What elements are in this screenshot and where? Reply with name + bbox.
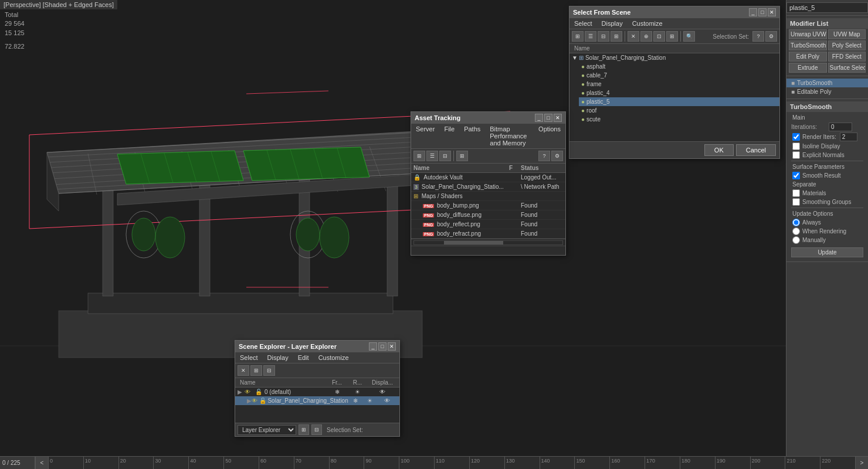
at-menu-options[interactable]: Options <box>534 124 565 148</box>
sfs-tb-help[interactable]: ? <box>752 31 764 42</box>
sfs-cancel-btn[interactable]: Cancel <box>736 144 776 156</box>
tree-item-frame[interactable]: ● frame <box>579 80 779 89</box>
le-footer-btn1[interactable]: ⊞ <box>299 424 309 435</box>
poly-select-btn[interactable]: Poly Select <box>828 40 866 50</box>
at-menu-bitmap[interactable]: Bitmap Performance and Memory <box>485 124 534 148</box>
sfs-tb-btn2[interactable]: ☰ <box>585 31 596 42</box>
tree-item-asphalt[interactable]: ● asphalt <box>579 62 779 71</box>
at-tb-btn3[interactable]: ⊟ <box>439 151 451 161</box>
table-row[interactable]: PNG body_refract.png Found <box>411 229 565 239</box>
iterations-input[interactable] <box>829 123 852 131</box>
asset-tracking-title: Asset Tracking <box>415 114 460 121</box>
sfs-minimize-btn[interactable]: _ <box>749 8 757 16</box>
sfs-tb-settings[interactable]: ⚙ <box>765 31 777 42</box>
render-iters-input[interactable] <box>840 132 857 141</box>
at-scrollbar[interactable] <box>411 239 565 246</box>
le-menu-customize[interactable]: Customize <box>314 352 354 363</box>
at-tb-settings[interactable]: ⚙ <box>551 151 563 161</box>
modifier-turbosmooth[interactable]: ■ TurboSmooth <box>786 79 868 87</box>
select-from-scene-titlebar[interactable]: Select From Scene _ □ ✕ <box>569 6 779 18</box>
update-btn[interactable]: Update <box>791 247 863 257</box>
explicit-normals-checkbox[interactable] <box>792 151 800 159</box>
extrude-btn[interactable]: Extrude <box>789 63 827 73</box>
materials-checkbox[interactable] <box>792 189 800 197</box>
le-close-btn[interactable]: ✕ <box>388 342 396 351</box>
render-iters-checkbox[interactable] <box>792 133 800 141</box>
sfs-tb-btn4[interactable]: ⊞ <box>611 31 622 42</box>
at-scrollbar-track[interactable] <box>413 240 563 245</box>
at-tb-btn2[interactable]: ☰ <box>426 151 438 161</box>
at-tb-btn4[interactable]: ⊞ <box>456 151 468 161</box>
layer-eye-icon[interactable]: 👁 <box>245 389 254 395</box>
table-row[interactable]: PNG body_diffuse.png Found <box>411 210 565 220</box>
sfs-tb-btn5[interactable]: ✕ <box>628 31 639 42</box>
tick-200: 200 <box>750 457 785 469</box>
isoline-checkbox[interactable] <box>792 142 800 150</box>
sfs-menu-customize[interactable]: Customize <box>628 18 667 29</box>
le-footer-btn2[interactable]: ⊟ <box>311 424 322 435</box>
smoothing-groups-checkbox[interactable] <box>792 198 800 206</box>
le-layer-tree[interactable]: ▶ 👁 🔓 0 (default) ❄ ☀ 👁 ▶ 👁 🔓 Solar_Pane… <box>235 388 399 423</box>
at-tb-help[interactable]: ? <box>538 151 550 161</box>
sfs-menu-select[interactable]: Select <box>569 18 597 29</box>
le-restore-btn[interactable]: □ <box>378 342 386 351</box>
at-close-btn[interactable]: ✕ <box>554 114 562 122</box>
at-maximize-btn[interactable]: □ <box>544 114 552 122</box>
at-minimize-btn[interactable]: _ <box>535 114 543 122</box>
le-menu-edit[interactable]: Edit <box>293 352 314 363</box>
at-menu-paths[interactable]: Paths <box>459 124 485 148</box>
at-menu-file[interactable]: File <box>439 124 459 148</box>
le-tb-btn2[interactable]: ⊞ <box>250 365 262 376</box>
sfs-menu-display[interactable]: Display <box>597 18 628 29</box>
table-row[interactable]: 3 Solar_Panel_Charging_Statio... \ Netwo… <box>411 182 565 192</box>
sfs-close-btn[interactable]: ✕ <box>768 8 776 16</box>
table-row[interactable]: PNG body_reflect.png Found <box>411 220 565 229</box>
manually-radio[interactable] <box>792 236 800 244</box>
layer-item-default[interactable]: ▶ 👁 🔓 0 (default) ❄ ☀ 👁 <box>235 388 399 396</box>
uvw-map-btn[interactable]: UVW Map <box>828 29 866 39</box>
tree-item-plastic4[interactable]: ● plastic_4 <box>579 89 779 97</box>
sfs-tree[interactable]: ▼ ⊞ Solar_Panel_Charging_Station ● aspha… <box>569 53 779 141</box>
table-row[interactable]: ⊞ Maps / Shaders <box>411 192 565 201</box>
unwrap-uvw-btn[interactable]: Unwrap UVW <box>789 29 827 39</box>
sfs-tb-btn1[interactable]: ⊞ <box>572 31 584 42</box>
smooth-result-checkbox[interactable] <box>792 172 800 179</box>
sfs-tb-btn8[interactable]: ⊞ <box>666 31 678 42</box>
always-radio[interactable] <box>792 219 800 226</box>
layer-item-solar-panel[interactable]: ▶ 👁 🔓 Solar_Panel_Charging_Station ❄ ☀ 👁 <box>235 396 399 405</box>
sfs-tb-btn3[interactable]: ⊟ <box>598 31 609 42</box>
turbosmooth-btn[interactable]: TurboSmooth <box>789 40 827 50</box>
modifier-editable-poly[interactable]: ■ Editable Poly <box>786 87 868 96</box>
edit-poly-btn[interactable]: Edit Poly <box>789 52 827 62</box>
surface-select-btn[interactable]: Surface Select <box>828 63 866 73</box>
le-tb-btn3[interactable]: ⊟ <box>263 365 275 376</box>
table-row[interactable]: PNG body_bump.png Found <box>411 201 565 210</box>
tree-item-plastic5[interactable]: ● plastic_5 <box>579 97 779 106</box>
sfs-tb-search[interactable]: 🔍 <box>683 31 695 42</box>
when-rendering-radio[interactable] <box>792 227 800 235</box>
ffd-select-btn[interactable]: FFD Select <box>828 52 866 62</box>
sfs-tb-btn7[interactable]: ⊡ <box>653 31 665 42</box>
sfs-tb-btn6[interactable]: ⊕ <box>640 31 652 42</box>
layer-eye-icon2[interactable]: 👁 <box>252 397 258 404</box>
layer-explorer-titlebar[interactable]: Scene Explorer - Layer Explorer _ □ ✕ <box>235 341 399 352</box>
le-menu-display[interactable]: Display <box>263 352 293 363</box>
tree-item-roof[interactable]: ● roof <box>579 106 779 115</box>
sfs-ok-btn[interactable]: OK <box>704 144 734 156</box>
tree-item-root[interactable]: ▼ ⊞ Solar_Panel_Charging_Station <box>569 53 779 62</box>
at-tb-btn1[interactable]: ⊞ <box>413 151 425 161</box>
object-name-input[interactable] <box>786 2 868 13</box>
tree-item-scute[interactable]: ● scute <box>579 115 779 124</box>
asset-tracking-titlebar[interactable]: Asset Tracking _ □ ✕ <box>411 112 565 124</box>
le-tb-close[interactable]: ✕ <box>238 365 249 376</box>
at-menu-server[interactable]: Server <box>411 124 439 148</box>
timeline-prev-btn[interactable]: < <box>35 457 48 470</box>
le-explorer-dropdown[interactable]: Layer Explorer <box>238 425 296 435</box>
timeline-next-btn[interactable]: > <box>855 457 868 470</box>
sfs-maximize-btn[interactable]: □ <box>758 8 767 16</box>
timeline-track[interactable]: 0 10 20 30 40 50 60 70 80 90 100 110 120… <box>48 457 855 469</box>
le-menu-select[interactable]: Select <box>235 352 263 363</box>
table-row[interactable]: 🔒 Autodesk Vault Logged Out... <box>411 173 565 182</box>
le-minimize-btn[interactable]: _ <box>369 342 377 351</box>
tree-item-cable7[interactable]: ● cable_7 <box>579 71 779 80</box>
